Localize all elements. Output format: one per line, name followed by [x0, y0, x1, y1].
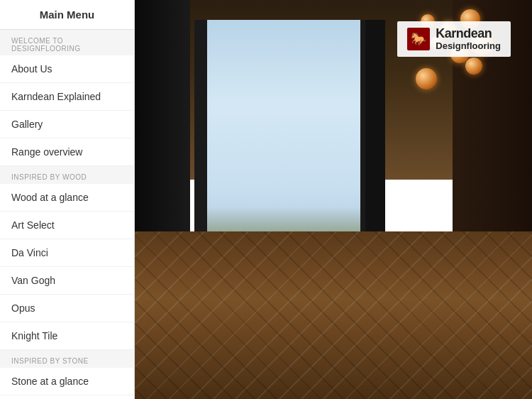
sidebar-header: Main Menu [0, 0, 134, 30]
floor [135, 231, 532, 399]
logo-text: Karndean Designflooring [436, 27, 501, 51]
sidebar-content: WELCOME TO DESIGNFLOORING About Us Karnd… [0, 30, 134, 399]
main-content: 🐎 Karndean Designflooring [135, 0, 532, 399]
sidebar-item-opus[interactable]: Opus [0, 295, 134, 322]
light-ball-7 [465, 58, 482, 75]
sidebar: Main Menu WELCOME TO DESIGNFLOORING Abou… [0, 0, 135, 399]
sidebar-item-karndean-explained[interactable]: Karndean Explained [0, 83, 134, 111]
sidebar-item-van-gogh[interactable]: Van Gogh [0, 267, 134, 295]
logo-sub-light: flooring [467, 40, 501, 51]
sidebar-item-wood-at-a-glance[interactable]: Wood at a glance [0, 184, 134, 212]
sidebar-item-gallery[interactable]: Gallery [0, 111, 134, 138]
section-label-welcome: WELCOME TO DESIGNFLOORING [0, 30, 134, 55]
logo-sub-bold: Design [436, 40, 466, 51]
sidebar-item-stone-at-a-glance[interactable]: Stone at a glance [0, 368, 134, 395]
sidebar-item-range-overview[interactable]: Range overview [0, 138, 134, 166]
logo-horse-icon: 🐎 [411, 31, 426, 47]
section-label-stone: INSPIRED BY STONE [0, 350, 134, 368]
room-scene: 🐎 Karndean Designflooring [135, 0, 532, 399]
section-label-wood: INSPIRED BY WOOD [0, 166, 134, 184]
logo-brand: Karndean [436, 27, 501, 41]
sidebar-item-art-select-wood[interactable]: Art Select [0, 212, 134, 239]
sidebar-item-about-us[interactable]: About Us [0, 55, 134, 83]
sidebar-item-knight-tile[interactable]: Knight Tile [0, 322, 134, 350]
light-ball-8 [416, 68, 437, 89]
logo-area: 🐎 Karndean Designflooring [397, 21, 511, 57]
sidebar-item-art-select-stone[interactable]: Art Select [0, 395, 134, 399]
sidebar-item-da-vinci-wood[interactable]: Da Vinci [0, 239, 134, 267]
logo-sub: Designflooring [436, 41, 501, 51]
logo-icon: 🐎 [407, 28, 430, 50]
